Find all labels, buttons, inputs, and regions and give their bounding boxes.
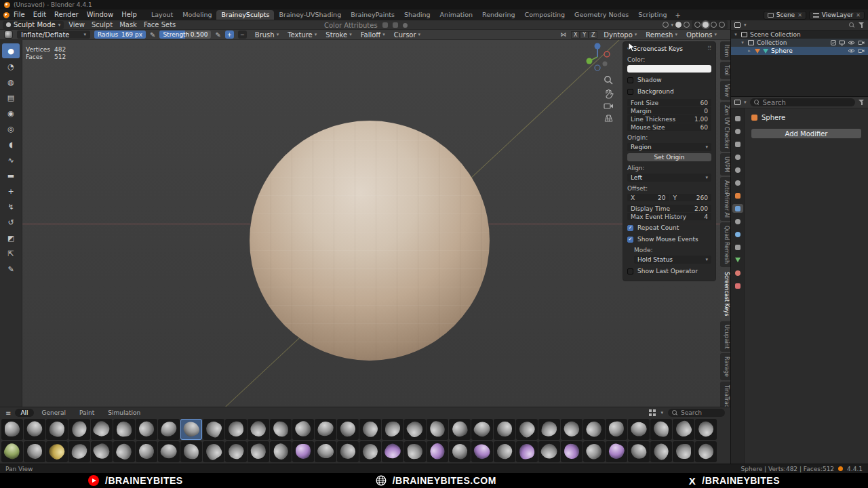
shelf-tab-general[interactable]: General bbox=[37, 409, 71, 417]
offset-x-field[interactable]: X20 bbox=[627, 194, 669, 201]
properties-tab-material[interactable] bbox=[732, 268, 743, 277]
brush-thumbnail[interactable] bbox=[158, 419, 180, 440]
workspace-tab-braineysculpts[interactable]: BraineySculpts bbox=[216, 10, 274, 20]
shading-render-icon[interactable] bbox=[719, 22, 725, 28]
outliner-row-collection[interactable]: ▾Collection bbox=[731, 39, 868, 47]
brush-selector[interactable]: Inflate/Deflate ▾ bbox=[17, 30, 90, 39]
line-thickness-field[interactable]: Line Thickness1.00 bbox=[627, 115, 711, 123]
tool-mask[interactable]: ◩ bbox=[2, 230, 20, 245]
tool-draw[interactable]: ● bbox=[2, 43, 20, 58]
brush-thumbnail[interactable] bbox=[695, 419, 717, 440]
brush-thumbnail[interactable] bbox=[91, 419, 113, 440]
align-dropdown[interactable]: Left ▾ bbox=[627, 174, 711, 182]
tool-crease[interactable]: ◖ bbox=[2, 137, 20, 152]
menu-view[interactable]: View bbox=[65, 21, 88, 28]
chevron-down-icon[interactable]: ▾ bbox=[744, 100, 747, 105]
brush-thumbnail[interactable] bbox=[68, 419, 90, 440]
sidebar-tab-view[interactable]: View bbox=[720, 81, 730, 100]
brush-thumbnail[interactable] bbox=[650, 419, 672, 440]
menu-texture[interactable]: Texture▾ bbox=[286, 31, 318, 39]
origin-dropdown[interactable]: Region ▾ bbox=[627, 143, 711, 151]
menu-dyntopo[interactable]: Dyntopo▾ bbox=[602, 31, 638, 39]
brush-thumbnail[interactable] bbox=[225, 441, 247, 462]
menu-mask[interactable]: Mask bbox=[116, 21, 140, 28]
menu-face-sets[interactable]: Face Sets bbox=[140, 21, 179, 28]
perspective-grid-icon[interactable] bbox=[604, 114, 614, 123]
brush-thumbnail[interactable] bbox=[628, 419, 650, 440]
display-time-field[interactable]: Display Time2.00 bbox=[627, 205, 711, 212]
social-handle-2[interactable]: X/BRAINEYBITES bbox=[689, 475, 780, 487]
brush-thumbnail[interactable] bbox=[315, 419, 336, 440]
brush-thumbnail[interactable] bbox=[427, 441, 448, 462]
tool-transform[interactable]: ⇱ bbox=[2, 246, 20, 261]
zoom-icon[interactable] bbox=[604, 75, 614, 85]
brush-thumbnail[interactable] bbox=[315, 441, 336, 462]
brush-thumbnail[interactable] bbox=[1, 419, 23, 440]
eye-icon[interactable] bbox=[848, 48, 855, 54]
mirror-y-toggle[interactable]: Y bbox=[580, 31, 589, 39]
camera-icon[interactable] bbox=[858, 40, 865, 45]
workspace-tab-animation[interactable]: Animation bbox=[435, 10, 477, 20]
shelf-tab-paint[interactable]: Paint bbox=[74, 409, 100, 417]
properties-tab-constraints[interactable] bbox=[732, 243, 743, 251]
brush-thumbnail[interactable] bbox=[449, 419, 471, 440]
workspace-tab-compositing[interactable]: Compositing bbox=[520, 10, 570, 20]
brush-thumbnail[interactable] bbox=[203, 441, 224, 462]
xray-icon[interactable] bbox=[684, 22, 690, 28]
brush-thumbnail[interactable] bbox=[180, 441, 202, 462]
properties-tab-render[interactable] bbox=[732, 127, 743, 136]
properties-tab-output[interactable] bbox=[732, 140, 743, 148]
show-mouse-events-checkbox[interactable]: ✓ Show Mouse Events bbox=[627, 235, 711, 243]
brush-thumbnail[interactable] bbox=[494, 441, 515, 462]
repeat-count-checkbox[interactable]: ✓ Repeat Count bbox=[627, 224, 711, 232]
sidebar-tab-zen-uv-checker[interactable]: Zen UV Checker bbox=[720, 102, 730, 152]
properties-tab-physics[interactable] bbox=[732, 230, 743, 239]
sidebar-tab-uvpm[interactable]: UVPM bbox=[720, 153, 730, 176]
brush-thumbnail[interactable] bbox=[449, 441, 471, 462]
properties-tab-texture[interactable] bbox=[732, 281, 743, 290]
eye-icon[interactable] bbox=[848, 40, 855, 45]
brush-thumbnail[interactable] bbox=[359, 441, 381, 462]
brush-thumbnail[interactable] bbox=[650, 441, 672, 462]
brush-thumbnail[interactable] bbox=[628, 441, 650, 462]
filter-icon[interactable] bbox=[859, 22, 865, 28]
set-origin-button[interactable]: Set Origin bbox=[627, 153, 711, 161]
menu-cursor[interactable]: Cursor▾ bbox=[393, 31, 422, 39]
sidebar-tab-screencast-keys[interactable]: Screencast Keys bbox=[720, 268, 730, 319]
tool-grab[interactable]: + bbox=[2, 184, 20, 199]
brush-thumbnail[interactable] bbox=[136, 441, 157, 462]
brush-thumbnail[interactable] bbox=[248, 441, 269, 462]
brush-thumbnail[interactable] bbox=[583, 441, 605, 462]
brush-thumbnail[interactable] bbox=[538, 419, 560, 440]
properties-tab-tool[interactable] bbox=[732, 114, 743, 123]
scene-selector[interactable]: Scene ✕ bbox=[764, 11, 806, 20]
properties-tab-view-layer[interactable] bbox=[732, 152, 743, 161]
workspace-tab-layout[interactable]: Layout bbox=[146, 10, 178, 20]
properties-tab-object-data[interactable] bbox=[732, 256, 743, 264]
radius-slider[interactable]: Radius 169 px bbox=[94, 30, 146, 39]
social-handle-1[interactable]: /BRAINEYBITES.COM bbox=[376, 475, 496, 486]
navigation-gizmo[interactable] bbox=[582, 41, 613, 73]
brush-thumbnail[interactable] bbox=[427, 419, 448, 440]
sculpt-sphere-object[interactable] bbox=[250, 121, 490, 361]
workspace-tab-shading[interactable]: Shading bbox=[399, 10, 435, 20]
outliner-row-sphere[interactable]: ▸Sphere bbox=[731, 47, 868, 55]
exclude-checkbox-icon[interactable] bbox=[831, 40, 836, 45]
proportional-edit-icon[interactable] bbox=[663, 22, 669, 28]
brush-thumbnail[interactable] bbox=[382, 441, 403, 462]
brush-thumbnail[interactable] bbox=[673, 441, 694, 462]
brush-thumbnail[interactable] bbox=[203, 419, 224, 440]
sidebar-tab-tool[interactable]: Tool bbox=[720, 62, 730, 79]
unlink-scene-icon[interactable]: ✕ bbox=[797, 12, 802, 18]
tool-smooth[interactable]: ∿ bbox=[2, 152, 20, 167]
brush-thumbnail[interactable] bbox=[606, 441, 627, 462]
shelf-menu-icon[interactable]: ≡ bbox=[5, 409, 11, 417]
brush-thumbnail[interactable] bbox=[538, 441, 560, 462]
brush-thumbnail[interactable] bbox=[180, 419, 202, 440]
brush-thumbnail[interactable] bbox=[248, 419, 269, 440]
workspace-tab-brainey-uvshading[interactable]: Brainey-UVShading bbox=[274, 10, 346, 20]
sidebar-tab-tinatracker[interactable]: TinaTracker bbox=[720, 382, 730, 407]
tool-flatten[interactable]: ▬ bbox=[2, 168, 20, 183]
overlays-icon[interactable] bbox=[675, 22, 682, 28]
menu-edit[interactable]: Edit bbox=[29, 10, 50, 20]
